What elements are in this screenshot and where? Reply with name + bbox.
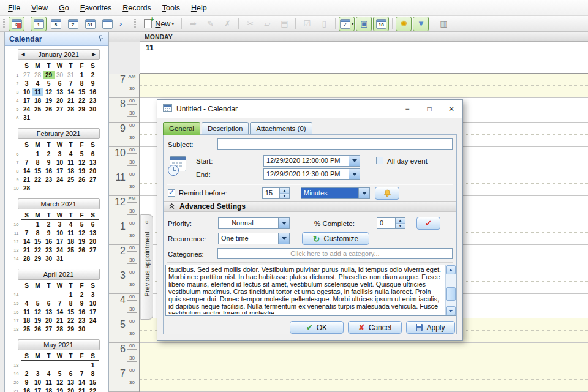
reminder-sound-button[interactable] (375, 187, 399, 200)
day-cell[interactable]: 5 (77, 150, 88, 158)
day-cell[interactable]: 30 (77, 325, 88, 333)
week-view-button[interactable]: 7 (65, 17, 81, 31)
day-cell[interactable]: 11 (43, 379, 55, 386)
day-cell[interactable]: 29 (66, 325, 77, 333)
minimize-button[interactable]: − (396, 100, 418, 118)
day-cell[interactable]: 23 (43, 246, 55, 254)
scroll-thumb[interactable] (446, 287, 456, 301)
day-cell[interactable]: 18 (43, 387, 55, 392)
day-cell[interactable]: 31 (66, 71, 77, 79)
day-cell[interactable]: 13 (88, 229, 99, 237)
day-cell[interactable]: 13 (88, 159, 99, 167)
customize-recurrence-button[interactable]: ↻ Customize (302, 232, 369, 245)
toolbar-grip[interactable] (3, 19, 5, 29)
day-cell[interactable]: 4 (32, 80, 43, 88)
day-cell[interactable]: 10 (21, 88, 32, 96)
day-cell[interactable]: 21 (66, 97, 77, 105)
day-cell[interactable]: 18 (21, 317, 32, 325)
day-cell[interactable]: 8 (88, 370, 99, 378)
advanced-settings-header[interactable]: Advanced Settings (164, 201, 456, 212)
go-to-today-button[interactable]: 2 (9, 17, 24, 31)
day-cell[interactable]: 10 (88, 300, 99, 307)
day-cell[interactable]: 22 (32, 176, 43, 184)
day-cell[interactable]: 27 (88, 176, 99, 184)
start-dropdown-icon[interactable] (349, 156, 360, 166)
day-cell[interactable]: 7 (77, 370, 88, 378)
day-cell[interactable]: 27 (43, 325, 55, 333)
apply-button[interactable]: Apply (406, 321, 455, 334)
day-cell[interactable]: 3 (55, 221, 66, 228)
day-cell[interactable]: 12 (55, 379, 66, 386)
day-cell[interactable]: 30 (55, 71, 66, 79)
day-cell[interactable]: 5 (55, 370, 66, 378)
tab-attachments[interactable]: Attachments (0) (250, 122, 312, 135)
remind-unit-dropdown-icon[interactable] (358, 188, 369, 198)
menu-item-favorites[interactable]: Favorites (75, 1, 117, 15)
toolbar-overflow-icon[interactable]: › (119, 19, 122, 28)
day-cell[interactable]: 9 (77, 300, 88, 307)
day-column-header[interactable]: MONDAY (140, 32, 588, 42)
day-cell[interactable]: 19 (32, 317, 43, 325)
day-cell[interactable]: 13 (55, 88, 66, 96)
description-preview[interactable]: faucibus. Sed sed mollis dolor. Vestibul… (165, 265, 456, 316)
day-cell[interactable]: 22 (66, 317, 77, 325)
day-cell[interactable]: 31 (55, 255, 66, 263)
day-cell[interactable]: 30 (43, 255, 55, 263)
close-button[interactable]: ✕ (440, 100, 462, 118)
mini-month-header[interactable]: ◀▶January 2021 (18, 49, 100, 60)
time-slot[interactable] (140, 74, 588, 98)
day-cell[interactable]: 15 (66, 308, 77, 316)
day-cell[interactable]: 15 (32, 167, 43, 175)
day-cell[interactable]: 28 (55, 325, 66, 333)
day-cell[interactable]: 26 (43, 105, 55, 113)
priority-combo[interactable]: — Normal (218, 217, 290, 229)
day-cell[interactable]: 14 (21, 167, 32, 175)
day-cell[interactable]: 8 (66, 300, 77, 307)
day-cell[interactable]: 17 (55, 238, 66, 246)
day-cell[interactable]: 23 (43, 176, 55, 184)
show-appointments-button[interactable]: ✓▾ (339, 17, 355, 31)
subject-input[interactable] (217, 138, 453, 150)
day-cell[interactable]: 16 (43, 238, 55, 246)
day-cell[interactable]: 7 (66, 80, 77, 88)
day-cell[interactable]: 19 (77, 238, 88, 246)
day-cell[interactable]: 11 (66, 159, 77, 167)
mini-month-header[interactable]: May 2021 (18, 339, 100, 350)
menu-item-help[interactable]: Help (186, 1, 213, 15)
day-cell[interactable]: 25 (32, 105, 43, 113)
cancel-button[interactable]: ✘ Cancel (348, 321, 402, 334)
day-cell[interactable]: 27 (88, 246, 99, 254)
day-cell[interactable]: 28 (21, 255, 32, 263)
allday-area[interactable]: 11 (140, 42, 588, 74)
day-cell[interactable]: 8 (32, 159, 43, 167)
menu-item-view[interactable]: View (26, 1, 53, 15)
day-cell[interactable]: 18 (66, 167, 77, 175)
day-cell[interactable]: 17 (88, 308, 99, 316)
previous-appointment-tab[interactable]: » Previous appointment (140, 214, 153, 320)
day-cell[interactable]: 6 (88, 150, 99, 158)
mini-month-header[interactable]: April 2021 (18, 269, 100, 280)
day-cell[interactable]: 17 (32, 387, 43, 392)
day-cell[interactable]: 5 (32, 300, 43, 307)
tab-description[interactable]: Description (202, 122, 249, 135)
day-cell[interactable]: 8 (77, 80, 88, 88)
day-cell[interactable]: 5 (43, 80, 55, 88)
day-cell[interactable]: 9 (43, 229, 55, 237)
day-cell[interactable]: 12 (77, 159, 88, 167)
show-contacts-button[interactable]: ▣ (356, 17, 372, 31)
day-cell[interactable]: 16 (21, 387, 32, 392)
day-cell[interactable]: 28 (21, 184, 32, 192)
day-cell[interactable]: 18 (66, 238, 77, 246)
description-scrollbar[interactable] (445, 265, 456, 315)
day-cell[interactable]: 8 (32, 229, 43, 237)
allday-checkbox[interactable] (376, 157, 383, 164)
time-slot[interactable] (140, 343, 588, 368)
tab-general[interactable]: General (163, 122, 200, 135)
day-cell[interactable]: 17 (21, 97, 32, 105)
day-cell[interactable]: 19 (77, 167, 88, 175)
menu-item-file[interactable]: File (2, 1, 26, 15)
remind-unit-combo[interactable]: Minutes (301, 187, 370, 199)
mini-month-header[interactable]: February 2021 (18, 128, 100, 139)
day-cell[interactable]: 21 (77, 387, 88, 392)
day-cell[interactable]: 31 (21, 114, 32, 122)
